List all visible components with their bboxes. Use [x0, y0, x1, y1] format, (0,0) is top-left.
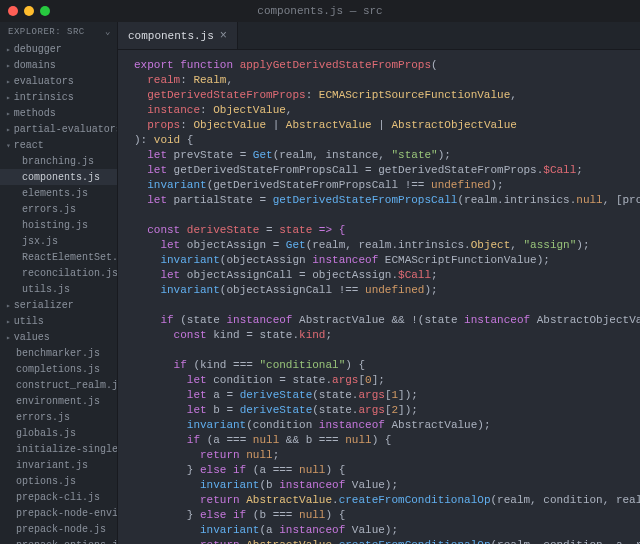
folder-values[interactable]: ▸values — [0, 329, 117, 345]
file-globals-js[interactable]: globals.js — [0, 425, 117, 441]
tree-label: prepack-cli.js — [16, 492, 100, 503]
tree-label: intrinsics — [14, 92, 74, 103]
code-area[interactable]: export function applyGetDerivedStateFrom… — [118, 50, 640, 544]
tree-label: utils — [14, 316, 44, 327]
folder-debugger[interactable]: ▸debugger — [0, 41, 117, 57]
twisty-icon[interactable]: ▸ — [6, 61, 11, 70]
tree-label: construct_realm.js — [16, 380, 117, 391]
folder-methods[interactable]: ▸methods — [0, 105, 117, 121]
tree-label: options.js — [16, 476, 76, 487]
file-reconcilation-js[interactable]: reconcilation.js — [0, 265, 117, 281]
twisty-icon[interactable]: ▾ — [6, 141, 11, 150]
twisty-icon[interactable]: ▸ — [6, 301, 11, 310]
twisty-icon[interactable]: ▸ — [6, 333, 11, 342]
file-completions-js[interactable]: completions.js — [0, 361, 117, 377]
window-title: components.js — src — [0, 5, 640, 17]
tree-label: partial-evaluators — [14, 124, 117, 135]
twisty-icon[interactable]: ▸ — [6, 45, 11, 54]
file-initialize-singletons-js[interactable]: initialize-singletons.js — [0, 441, 117, 457]
twisty-icon[interactable]: ▸ — [6, 93, 11, 102]
file-errors-js[interactable]: errors.js — [0, 201, 117, 217]
tree-label: prepack-options.js — [16, 540, 117, 545]
tree-label: evaluators — [14, 76, 74, 87]
file-prepack-options-js[interactable]: prepack-options.js — [0, 537, 117, 544]
tab-components[interactable]: components.js × — [118, 22, 238, 49]
file-errors-js[interactable]: errors.js — [0, 409, 117, 425]
tree-label: domains — [14, 60, 56, 71]
sidebar: EXPLORER: SRC ⌄ ▸debugger▸domains▸evalua… — [0, 22, 118, 544]
file-construct_realm-js[interactable]: construct_realm.js — [0, 377, 117, 393]
tree-label: prepack-node.js — [16, 524, 106, 535]
tab-bar: components.js × — [118, 22, 640, 50]
file-branching-js[interactable]: branching.js — [0, 153, 117, 169]
window-controls[interactable] — [8, 6, 50, 16]
tree-label: globals.js — [16, 428, 76, 439]
folder-partial-evaluators[interactable]: ▸partial-evaluators — [0, 121, 117, 137]
file-utils-js[interactable]: utils.js — [0, 281, 117, 297]
tree-label: react — [14, 140, 44, 151]
tree-label: environment.js — [16, 396, 100, 407]
file-tree[interactable]: ▸debugger▸domains▸evaluators▸intrinsics▸… — [0, 41, 117, 544]
zoom-window-icon[interactable] — [40, 6, 50, 16]
editor-pane: components.js × export function applyGet… — [118, 22, 640, 544]
minimize-window-icon[interactable] — [24, 6, 34, 16]
folder-react[interactable]: ▾react — [0, 137, 117, 153]
file-invariant-js[interactable]: invariant.js — [0, 457, 117, 473]
file-components-js[interactable]: components.js — [0, 169, 117, 185]
close-icon[interactable]: × — [220, 29, 227, 43]
folder-utils[interactable]: ▸utils — [0, 313, 117, 329]
tree-label: invariant.js — [16, 460, 88, 471]
tree-label: methods — [14, 108, 56, 119]
close-window-icon[interactable] — [8, 6, 18, 16]
folder-intrinsics[interactable]: ▸intrinsics — [0, 89, 117, 105]
explorer-header: EXPLORER: SRC ⌄ — [0, 22, 117, 41]
file-ReactElementSet-js[interactable]: ReactElementSet.js — [0, 249, 117, 265]
tree-label: initialize-singletons.js — [16, 444, 117, 455]
twisty-icon[interactable]: ▸ — [6, 77, 11, 86]
tab-label: components.js — [128, 30, 214, 42]
tree-label: errors.js — [16, 412, 70, 423]
chevron-down-icon[interactable]: ⌄ — [105, 26, 111, 37]
file-jsx-js[interactable]: jsx.js — [0, 233, 117, 249]
twisty-icon[interactable]: ▸ — [6, 109, 11, 118]
twisty-icon[interactable]: ▸ — [6, 317, 11, 326]
folder-evaluators[interactable]: ▸evaluators — [0, 73, 117, 89]
file-benchmarker-js[interactable]: benchmarker.js — [0, 345, 117, 361]
tree-label: completions.js — [16, 364, 100, 375]
tree-label: serializer — [14, 300, 74, 311]
folder-domains[interactable]: ▸domains — [0, 57, 117, 73]
tree-label: debugger — [14, 44, 62, 55]
tree-label: benchmarker.js — [16, 348, 100, 359]
titlebar: components.js — src — [0, 0, 640, 22]
tree-label: values — [14, 332, 50, 343]
file-hoisting-js[interactable]: hoisting.js — [0, 217, 117, 233]
file-elements-js[interactable]: elements.js — [0, 185, 117, 201]
explorer-title: EXPLORER: SRC — [8, 27, 85, 37]
tree-label: prepack-node-envir… — [16, 508, 117, 519]
file-prepack-node-envir-[interactable]: prepack-node-envir… — [0, 505, 117, 521]
file-environment-js[interactable]: environment.js — [0, 393, 117, 409]
folder-serializer[interactable]: ▸serializer — [0, 297, 117, 313]
twisty-icon[interactable]: ▸ — [6, 125, 11, 134]
file-options-js[interactable]: options.js — [0, 473, 117, 489]
file-prepack-node-js[interactable]: prepack-node.js — [0, 521, 117, 537]
file-prepack-cli-js[interactable]: prepack-cli.js — [0, 489, 117, 505]
